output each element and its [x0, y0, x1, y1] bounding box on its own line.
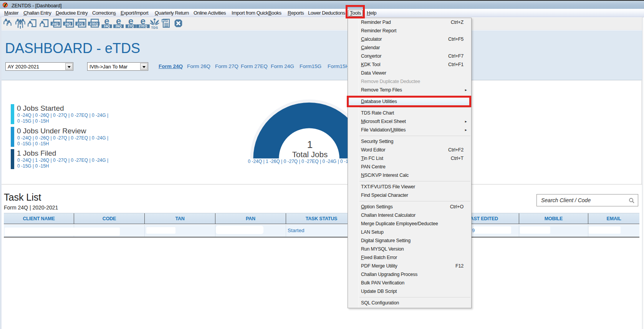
svg-text:27Q: 27Q — [77, 22, 83, 26]
svg-text:24Q: 24Q — [104, 24, 110, 28]
svg-text:27EQ: 27EQ — [89, 22, 98, 26]
svg-text:26Q: 26Q — [65, 22, 71, 26]
svg-text:27Q: 27Q — [128, 24, 134, 28]
svg-text:PDF: PDF — [162, 20, 168, 22]
svg-text:26Q: 26Q — [116, 24, 122, 28]
svg-text:TDS: TDS — [151, 26, 158, 30]
svg-text:27EQ: 27EQ — [139, 24, 147, 28]
svg-text:24Q: 24Q — [52, 22, 58, 26]
